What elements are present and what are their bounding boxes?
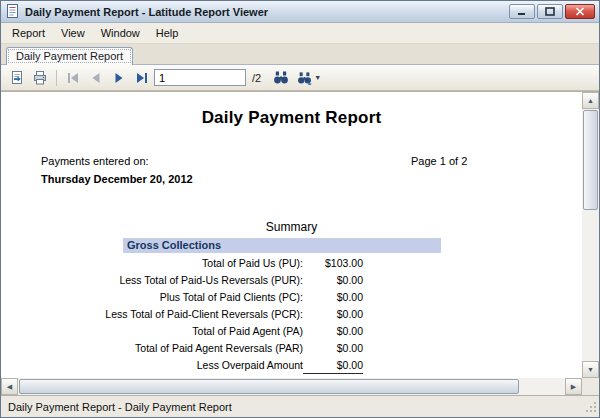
previous-page-button[interactable] [85,68,107,88]
title-bar[interactable]: Daily Payment Report - Latitude Report V… [1,1,599,23]
report-title: Daily Payment Report [1,108,582,128]
horizontal-scroll-thumb[interactable] [19,379,519,394]
row-label: Less Total of Paid-Us Reversals (PUR): [88,272,303,289]
row-label: Plus Total of Paid Clients (PC): [88,289,303,306]
dropdown-caret-icon: ▼ [314,74,321,81]
maximize-icon [545,7,555,16]
menu-report[interactable]: Report [4,24,53,42]
status-bar: Daily Payment Report - Daily Payment Rep… [1,395,599,417]
window-title: Daily Payment Report - Latitude Report V… [25,6,505,18]
scroll-left-button[interactable]: ◀ [1,378,18,395]
row-value: $0.00 [303,289,363,306]
printer-icon [32,70,48,86]
menu-help[interactable]: Help [148,24,187,42]
scroll-up-button[interactable]: ▲ [582,92,599,109]
menu-window[interactable]: Window [93,24,148,42]
table-row: Total of Paid Agent Reversals (PAR) $0.0… [88,340,363,357]
row-value: $0.00 [303,272,363,289]
table-row: Less Total of Paid-Us Reversals (PUR): $… [88,272,363,289]
maximize-button[interactable] [537,4,563,19]
entered-on-label: Payments entered on: [41,155,149,167]
table-row: Plus Total of Paid Clients (PC): $0.00 [88,289,363,306]
caption-buttons [509,4,595,19]
close-button[interactable] [565,4,595,19]
table-row: Less Overpaid Amount $0.00 [88,357,363,374]
entered-on-date: Thursday December 20, 2012 [41,173,193,185]
scroll-down-button[interactable]: ▼ [582,361,599,378]
next-page-button[interactable] [108,68,130,88]
minimize-icon [517,7,527,16]
menu-bar: Report View Window Help [1,23,599,44]
export-button[interactable] [6,68,28,88]
next-page-icon [112,72,126,84]
menu-view[interactable]: View [53,24,93,42]
scrollbar-corner [582,378,599,395]
gross-collections-header: Gross Collections [123,238,441,253]
tab-strip: Daily Payment Report [1,44,599,65]
tab-daily-payment-report[interactable]: Daily Payment Report [6,47,133,65]
first-page-icon [66,72,80,84]
row-label: Total of Paid Agent (PA) [88,323,303,340]
page-number-input[interactable] [154,69,246,86]
toolbar: /2 ▼ [1,65,599,91]
binoculars-arrow-icon [297,71,312,85]
first-page-button[interactable] [62,68,84,88]
minimize-button[interactable] [509,4,535,19]
print-button[interactable] [29,68,51,88]
row-value: $0.00 [303,306,363,323]
resize-grip-icon[interactable] [585,401,597,415]
toolbar-separator [56,70,57,86]
gross-collections-table: Total of Paid Us (PU): $103.00 Less Tota… [88,255,363,374]
scroll-right-button[interactable]: ▶ [565,378,582,395]
row-value: $0.00 [303,323,363,340]
table-row: Less Total of Paid-Client Reversals (PCR… [88,306,363,323]
row-label: Less Overpaid Amount [88,357,303,374]
vertical-scrollbar[interactable]: ▲ ▼ [582,92,599,378]
report-viewer-area: Daily Payment Report Payments entered on… [1,91,599,395]
page-info: Page 1 of 2 [411,155,467,167]
report-viewer-window: Daily Payment Report - Latitude Report V… [0,0,600,418]
row-label: Total of Paid Agent Reversals (PAR) [88,340,303,357]
previous-page-icon [89,72,103,84]
tab-label: Daily Payment Report [16,50,123,62]
row-label: Less Total of Paid-Client Reversals (PCR… [88,306,303,323]
table-row: Total of Paid Us (PU): $103.00 [88,255,363,272]
row-label: Total of Paid Us (PU): [88,255,303,272]
report-page: Daily Payment Report Payments entered on… [1,92,582,378]
page-total-label: /2 [252,72,261,84]
vertical-scroll-thumb[interactable] [583,110,598,210]
status-text: Daily Payment Report - Daily Payment Rep… [8,401,232,413]
find-button[interactable] [270,68,292,88]
table-row: Total of Paid Agent (PA) $0.00 [88,323,363,340]
export-icon [9,70,25,86]
row-value: $0.00 [303,340,363,357]
summary-heading: Summary [1,220,582,234]
binoculars-icon [273,70,289,85]
last-page-button[interactable] [131,68,153,88]
horizontal-scrollbar[interactable]: ◀ ▶ [1,378,582,395]
find-next-button[interactable]: ▼ [293,68,325,88]
app-icon [5,4,21,20]
close-icon [575,7,585,16]
row-value: $0.00 [303,357,363,374]
last-page-icon [135,72,149,84]
row-value: $103.00 [303,255,363,272]
